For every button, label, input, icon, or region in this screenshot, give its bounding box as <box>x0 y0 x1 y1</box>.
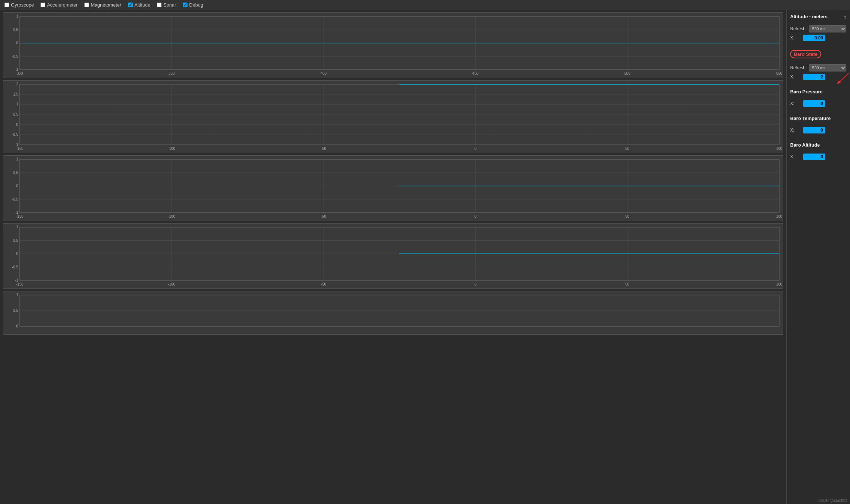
baro-temperature-x-label: X: <box>790 128 801 133</box>
main-content: Altitude - meters ? Refresh: 500 ms 1000… <box>0 10 850 504</box>
baro-state-x-value: 2 <box>803 74 825 80</box>
chart-baro-state <box>3 81 783 153</box>
altitude-x-label: X: <box>790 35 801 40</box>
baro-state-refresh-row: Refresh: 500 ms 1000 ms 250 ms <box>790 64 846 71</box>
chart-baro-altitude-container <box>3 291 783 335</box>
altitude-checkbox[interactable] <box>128 3 133 7</box>
watermark: CSDN @lida2003 <box>818 499 847 503</box>
baro-state-x-label: X: <box>790 74 801 80</box>
chart-baro-pressure <box>3 156 783 221</box>
charts-area <box>0 10 786 504</box>
baro-pressure-x-value: 0 <box>803 100 825 107</box>
baro-pressure-x-label: X: <box>790 101 801 106</box>
top-bar: Gyroscope Accelerometer Magnetometer Alt… <box>0 0 850 10</box>
chart-altitude-container <box>3 12 783 78</box>
chart-baro-pressure-container <box>3 155 783 221</box>
chart-baro-altitude <box>3 291 783 334</box>
debug-checkbox-item[interactable]: Debug <box>183 2 203 8</box>
baro-temperature-x-value: 0 <box>803 127 825 133</box>
sidebar-baro-altitude: Baro Altitude X: 0 <box>790 142 846 162</box>
altitude-x-value: 0.00 <box>803 35 825 41</box>
magnetometer-checkbox-item[interactable]: Magnetometer <box>84 2 121 8</box>
baro-temperature-x-row: X: 0 <box>790 127 846 133</box>
debug-label: Debug <box>189 2 203 8</box>
altitude-meters-title: Altitude - meters <box>790 14 828 19</box>
debug-checkbox[interactable] <box>183 3 188 7</box>
sidebar-baro-temperature: Baro Temperature X: 0 <box>790 116 846 136</box>
chart-altitude <box>3 13 783 78</box>
baro-state-refresh-select[interactable]: 500 ms 1000 ms 250 ms <box>809 64 846 71</box>
accelerometer-checkbox[interactable] <box>40 3 45 7</box>
baro-temperature-title: Baro Temperature <box>790 116 831 121</box>
baro-altitude-x-label: X: <box>790 154 801 159</box>
sonar-label: Sonar <box>163 2 176 8</box>
baro-altitude-title: Baro Altitude <box>790 142 820 148</box>
sidebar: Altitude - meters ? Refresh: 500 ms 1000… <box>786 10 850 504</box>
baro-state-x-row: X: 2 <box>790 74 846 80</box>
chart-baro-temperature <box>3 224 783 288</box>
sonar-checkbox-item[interactable]: Sonar <box>157 2 176 8</box>
baro-state-refresh-label: Refresh: <box>790 65 807 70</box>
accelerometer-label: Accelerometer <box>47 2 78 8</box>
chart-baro-temperature-container <box>3 223 783 289</box>
altitude-refresh-select[interactable]: 500 ms 1000 ms 250 ms <box>809 25 846 32</box>
baro-altitude-x-row: X: 0 <box>790 154 846 160</box>
baro-altitude-x-value: 0 <box>803 154 825 160</box>
magnetometer-checkbox[interactable] <box>84 3 89 7</box>
altitude-x-row: X: 0.00 <box>790 35 846 41</box>
sonar-checkbox[interactable] <box>157 3 162 7</box>
altitude-checkbox-item[interactable]: Altitude <box>128 2 150 8</box>
accelerometer-checkbox-item[interactable]: Accelerometer <box>40 2 78 8</box>
altitude-label: Altitude <box>135 2 150 8</box>
altitude-refresh-label: Refresh: <box>790 26 807 31</box>
sidebar-altitude-meters: Altitude - meters ? Refresh: 500 ms 1000… <box>790 14 846 43</box>
baro-state-title: Baro State <box>790 50 821 58</box>
gyroscope-checkbox-item[interactable]: Gyroscope <box>4 2 34 8</box>
gyroscope-checkbox[interactable] <box>4 3 9 7</box>
baro-pressure-title: Baro Pressure <box>790 89 823 94</box>
baro-pressure-x-row: X: 0 <box>790 100 846 107</box>
sidebar-baro-pressure: Baro Pressure X: 0 <box>790 89 846 109</box>
chart-baro-state-container <box>3 80 783 153</box>
altitude-refresh-row: Refresh: 500 ms 1000 ms 250 ms <box>790 25 846 32</box>
help-icon[interactable]: ? <box>843 15 846 21</box>
magnetometer-label: Magnetometer <box>91 2 121 8</box>
sidebar-baro-state: Baro State Refresh: 500 ms 1000 ms 250 m… <box>790 50 846 82</box>
gyroscope-label: Gyroscope <box>11 2 34 8</box>
